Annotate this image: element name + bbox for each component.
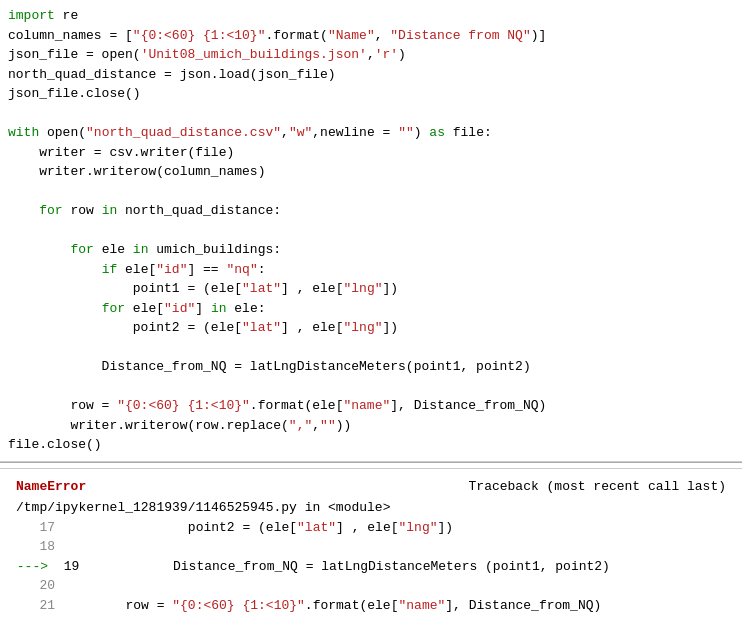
code-line-21: row = "{0:<60} {1:<10}".format(ele["name…: [8, 396, 734, 416]
code-line-13: for ele in umich_buildings:: [8, 240, 734, 260]
tb-code-17: point2 = (ele["lat"] , ele["lng"]): [63, 518, 453, 538]
code-line-5: json_file.close(): [8, 84, 734, 104]
error-header: NameError Traceback (most recent call la…: [8, 475, 734, 499]
code-line-19: Distance_from_NQ = latLngDistanceMeters(…: [8, 357, 734, 377]
tb-code-19: Distance_from_NQ = latLngDistanceMeters …: [79, 557, 610, 577]
code-line-16: for ele["id"] in ele:: [8, 299, 734, 319]
code-line-9: writer.writerow(column_names): [8, 162, 734, 182]
tb-lineno-18: 18: [16, 537, 63, 557]
code-line-14: if ele["id"] == "nq":: [8, 260, 734, 280]
tb-line-18: 18: [16, 537, 726, 557]
tb-lineno-17: 17: [16, 518, 63, 538]
code-line-23: file.close(): [8, 435, 734, 455]
code-line-6: [8, 104, 734, 124]
code-block: import re column_names = ["{0:<60} {1:<1…: [0, 0, 742, 462]
error-block: NameError Traceback (most recent call la…: [0, 469, 742, 623]
tb-arrow-space: 19: [56, 557, 79, 577]
code-line-11: for row in north_quad_distance:: [8, 201, 734, 221]
tb-line-21: 21 row = "{0:<60} {1:<10}".format(ele["n…: [16, 596, 726, 616]
code-line-8: writer = csv.writer(file): [8, 143, 734, 163]
traceback-label: Traceback (most recent call last): [469, 477, 726, 497]
code-line-15: point1 = (ele["lat"] , ele["lng"]): [8, 279, 734, 299]
code-line-18: [8, 338, 734, 358]
traceback-lines: 17 point2 = (ele["lat"] , ele["lng"]) 18…: [8, 518, 734, 616]
code-line-2: column_names = ["{0:<60} {1:<10}".format…: [8, 26, 734, 46]
code-line-1: import re: [8, 6, 734, 26]
code-line-7: with open("north_quad_distance.csv","w",…: [8, 123, 734, 143]
code-line-10: [8, 182, 734, 202]
tb-line-20: 20: [16, 576, 726, 596]
tb-lineno-20: 20: [16, 576, 63, 596]
code-line-3: json_file = open('Unit08_umich_buildings…: [8, 45, 734, 65]
error-filepath: /tmp/ipykernel_1281939/1146525945.py in …: [8, 498, 734, 518]
tb-line-17: 17 point2 = (ele["lat"] , ele["lng"]): [16, 518, 726, 538]
error-message: NameError: name 'point1' is not defined: [8, 615, 734, 622]
code-line-20: [8, 377, 734, 397]
code-line-12: [8, 221, 734, 241]
code-line-22: writer.writerow(row.replace(",","")): [8, 416, 734, 436]
code-line-4: north_quad_distance = json.load(json_fil…: [8, 65, 734, 85]
tb-arrow-19: --->: [16, 557, 56, 577]
code-line-17: point2 = (ele["lat"] , ele["lng"]): [8, 318, 734, 338]
error-name: NameError: [16, 477, 86, 497]
tb-line-19: ---> 19 Distance_from_NQ = latLngDistanc…: [16, 557, 726, 577]
tb-lineno-21: 21: [16, 596, 63, 616]
tb-code-21: row = "{0:<60} {1:<10}".format(ele["name…: [63, 596, 601, 616]
